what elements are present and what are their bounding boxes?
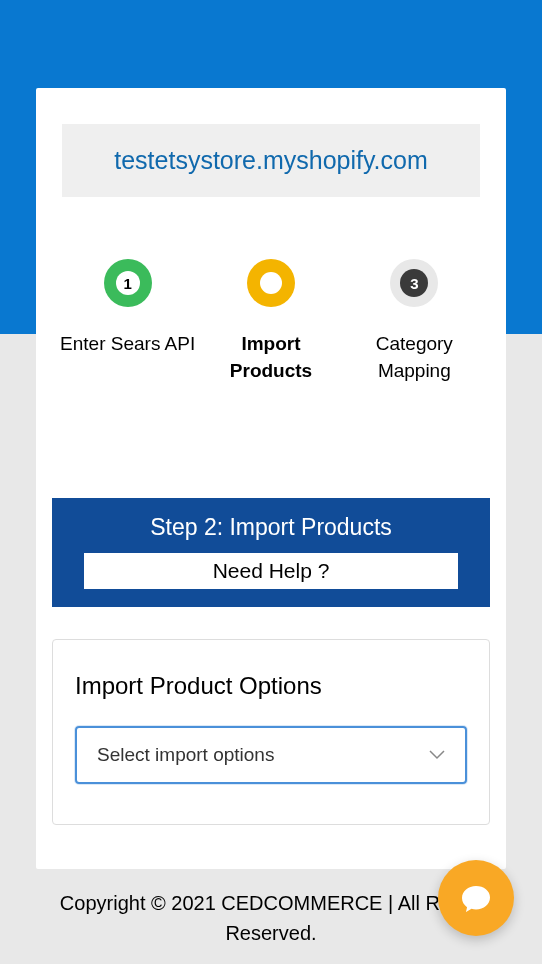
chevron-down-icon <box>429 747 445 763</box>
step-3-label: Category Mapping <box>343 331 486 384</box>
chat-icon <box>460 884 492 912</box>
steps-container: 1 Enter Sears API Import Products 3 Cate… <box>36 197 506 424</box>
chat-button[interactable] <box>438 860 514 936</box>
step-2-circle <box>247 259 295 307</box>
step-banner: Step 2: Import Products Need Help ? <box>52 498 490 607</box>
import-options-card: Import Product Options Select import opt… <box>52 639 490 825</box>
step-enter-sears-api[interactable]: 1 Enter Sears API <box>56 259 199 384</box>
main-card: testetsystore.myshopify.com 1 Enter Sear… <box>36 88 506 869</box>
step-1-circle: 1 <box>104 259 152 307</box>
step-1-number: 1 <box>116 271 140 295</box>
step-2-label: Import Products <box>199 331 342 384</box>
step-category-mapping[interactable]: 3 Category Mapping <box>343 259 486 384</box>
store-url-box: testetsystore.myshopify.com <box>62 124 480 197</box>
import-options-select[interactable]: Select import options <box>75 726 467 784</box>
step-2-active-indicator <box>260 272 282 294</box>
step-banner-title: Step 2: Import Products <box>52 514 490 541</box>
select-placeholder: Select import options <box>97 744 274 766</box>
step-3-circle: 3 <box>390 259 438 307</box>
store-url: testetsystore.myshopify.com <box>74 146 468 175</box>
step-1-label: Enter Sears API <box>60 331 195 358</box>
step-import-products[interactable]: Import Products <box>199 259 342 384</box>
import-options-title: Import Product Options <box>75 672 467 700</box>
step-3-number: 3 <box>400 269 428 297</box>
need-help-button[interactable]: Need Help ? <box>84 553 458 589</box>
